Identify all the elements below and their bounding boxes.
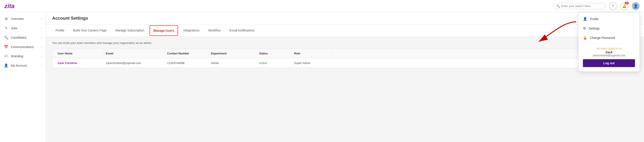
logged-in-as-text: You have logged in as xyxy=(583,47,635,50)
avatar[interactable]: 👤 xyxy=(632,2,640,10)
tab-profile[interactable]: Profile xyxy=(52,25,68,36)
dropdown-popup: 👤 Profile ⚙ Settings 🔒 Change Password Y… xyxy=(578,12,640,72)
sidebar-label-overview: Overview xyxy=(11,17,24,20)
app-logo: zita xyxy=(4,3,15,10)
logged-in-section: You have logged in as Zack zackchristine… xyxy=(578,44,640,70)
logged-in-email: zackchristine@yopmail.com xyxy=(583,54,635,57)
td-username: Zack Christine xyxy=(56,60,104,66)
main-content: Account Settings Profile Build Your Care… xyxy=(46,12,644,142)
th-username: User Name xyxy=(56,51,104,56)
sidebar-label-my-account: My Account xyxy=(11,64,27,67)
td-contact: 11243744596 xyxy=(165,60,209,66)
notification-badge: 17 xyxy=(625,2,629,4)
sidebar-item-my-account[interactable]: 👤 My Account › xyxy=(0,61,46,70)
logout-button[interactable]: Log out xyxy=(583,59,635,67)
invite-text: You can invite your team members and man… xyxy=(52,41,638,45)
dropdown-change-password-label: Change Password xyxy=(590,36,615,39)
lock-icon: 🔒 xyxy=(583,36,587,40)
sidebar-item-jobs[interactable]: ✎ Jobs › xyxy=(0,23,46,33)
table-header: User Name Email Contact Number Departmen… xyxy=(52,49,638,58)
gear-icon: ⚙ xyxy=(583,26,586,30)
chevron-right-icon: › xyxy=(41,64,42,67)
dropdown-profile[interactable]: 👤 Profile xyxy=(578,14,640,24)
chevron-right-icon: › xyxy=(41,45,42,48)
navbar-right: 🔍 ? 🔔 17 👤 xyxy=(553,2,640,10)
help-icon: ? xyxy=(612,4,614,8)
td-department: Admin xyxy=(209,60,257,66)
tab-build-careers[interactable]: Build Your Careers Page xyxy=(70,25,110,36)
avatar-icon: 👤 xyxy=(633,4,638,8)
chevron-right-icon: › xyxy=(41,55,42,58)
help-button[interactable]: ? xyxy=(609,2,617,10)
sidebar-label-communications: Communications xyxy=(11,45,34,49)
page-title: Account Settings xyxy=(52,16,88,20)
tab-manage-users[interactable]: Manage Users xyxy=(150,25,178,36)
th-contact: Contact Number xyxy=(165,51,209,56)
sidebar-item-communications[interactable]: 📅 Communications › xyxy=(0,42,46,52)
person-circle-icon: 👤 xyxy=(583,17,587,21)
chevron-right-icon: › xyxy=(41,36,42,39)
chevron-right-icon: › xyxy=(41,17,42,20)
sidebar-item-overview[interactable]: ⊞ Overview › xyxy=(0,14,46,23)
tab-email-notifications[interactable]: Email Notifications xyxy=(226,25,258,36)
search-box[interactable]: 🔍 xyxy=(553,3,606,9)
dropdown-divider xyxy=(578,43,640,43)
th-department: Department xyxy=(209,51,257,56)
bell-icon: 🔔 xyxy=(622,4,626,8)
communications-icon: 📅 xyxy=(4,45,8,49)
sidebar-item-branding[interactable]: 🏷 Branding › xyxy=(0,52,46,61)
logged-in-name: Zack xyxy=(583,50,635,54)
candidates-icon: 🔍 xyxy=(4,35,8,39)
sidebar-label-jobs: Jobs xyxy=(11,26,18,30)
overview-icon: ⊞ xyxy=(4,17,8,21)
sidebar-item-candidates[interactable]: 🔍 Candidates › xyxy=(0,33,46,42)
sidebar-label-branding: Branding xyxy=(11,54,23,58)
tabs-bar: Profile Build Your Careers Page Manage S… xyxy=(46,24,644,37)
navbar: zita 🔍 ? 🔔 17 👤 xyxy=(0,0,644,12)
dropdown-change-password[interactable]: 🔒 Change Password xyxy=(578,33,640,42)
th-email: Email xyxy=(104,51,165,56)
dropdown-settings[interactable]: ⚙ Settings xyxy=(578,24,640,33)
sidebar: ⊞ Overview › ✎ Jobs › 🔍 Candidates › 📅 C… xyxy=(0,12,46,142)
my-account-icon: 👤 xyxy=(4,63,8,67)
tab-workflow[interactable]: Workflow xyxy=(205,25,224,36)
td-status: Active xyxy=(257,60,292,66)
branding-icon: 🏷 xyxy=(4,54,8,58)
chevron-right-icon: › xyxy=(41,27,42,30)
sidebar-label-candidates: Candidates xyxy=(11,36,26,39)
tab-integrations[interactable]: Integrations xyxy=(180,25,203,36)
th-status: Status xyxy=(257,51,292,56)
page-header: Account Settings xyxy=(46,12,644,24)
td-email: zackchristine@yopmail.com xyxy=(104,60,165,66)
search-input[interactable] xyxy=(561,4,602,8)
table-row: Zack Christine zackchristine@yopmail.com… xyxy=(52,58,638,68)
content-area: You can invite your team members and man… xyxy=(46,37,644,73)
jobs-icon: ✎ xyxy=(4,26,8,30)
user-table: User Name Email Contact Number Departmen… xyxy=(52,48,638,68)
notification-button[interactable]: 🔔 17 xyxy=(620,2,628,10)
td-role: Super Admin xyxy=(292,60,332,66)
tab-manage-subscription[interactable]: Manage Subscription xyxy=(112,25,148,36)
search-icon: 🔍 xyxy=(556,4,560,8)
dropdown-settings-label: Settings xyxy=(588,27,600,30)
th-role: Role xyxy=(292,51,332,56)
layout: ⊞ Overview › ✎ Jobs › 🔍 Candidates › 📅 C… xyxy=(0,12,644,142)
dropdown-profile-label: Profile xyxy=(590,17,599,21)
